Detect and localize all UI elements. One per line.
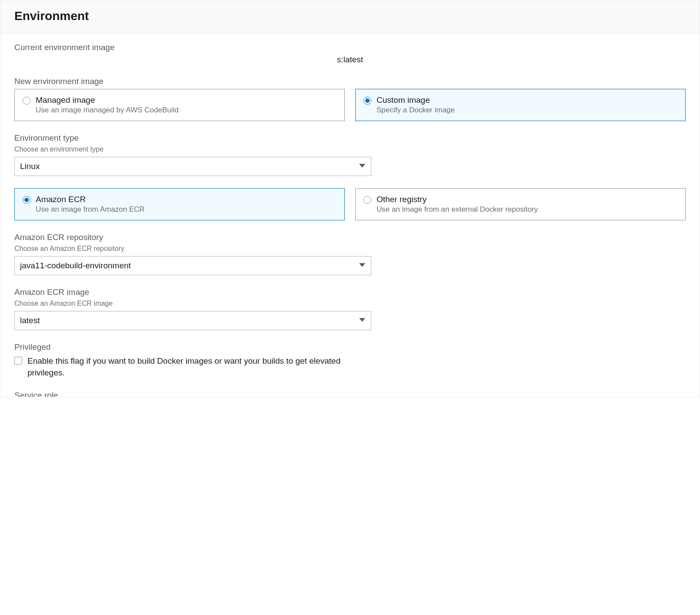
current-image-label: Current environment image <box>14 43 686 52</box>
env-type-hint: Choose an environment type <box>14 145 686 153</box>
other-registry-desc: Use an image from an external Docker rep… <box>377 205 538 214</box>
env-type-select[interactable]: Linux <box>14 157 371 176</box>
ecr-repo-section: Amazon ECR repository Choose an Amazon E… <box>14 233 686 275</box>
current-environment-section: Current environment image s:latest <box>14 43 686 64</box>
other-registry-tile[interactable]: Other registry Use an image from an exte… <box>355 188 686 220</box>
service-role-label: Service role <box>14 391 686 397</box>
privileged-checkbox[interactable] <box>14 357 22 365</box>
new-environment-section: New environment image Managed image Use … <box>14 77 686 121</box>
privileged-label: Privileged <box>14 342 686 352</box>
ecr-image-section: Amazon ECR image Choose an Amazon ECR im… <box>14 287 686 330</box>
ecr-repo-select[interactable]: java11-codebuild-environment <box>14 256 371 275</box>
ecr-image-select[interactable]: latest <box>14 311 371 330</box>
panel-header: Environment <box>0 0 700 34</box>
ecr-image-hint: Choose an Amazon ECR image <box>14 300 686 308</box>
custom-image-desc: Specify a Docker image <box>377 106 455 115</box>
amazon-ecr-tile[interactable]: Amazon ECR Use an image from Amazon ECR <box>14 188 345 220</box>
ecr-repo-value: java11-codebuild-environment <box>20 261 131 270</box>
privileged-section: Privileged Enable this flag if you want … <box>14 342 686 378</box>
image-source-tiles: Managed image Use an image managed by AW… <box>14 89 686 121</box>
radio-icon <box>23 97 30 105</box>
registry-section: Amazon ECR Use an image from Amazon ECR … <box>14 188 686 220</box>
amazon-ecr-desc: Use an image from Amazon ECR <box>36 205 145 214</box>
environment-type-section: Environment type Choose an environment t… <box>14 133 686 176</box>
radio-icon <box>23 196 30 204</box>
registry-tiles: Amazon ECR Use an image from Amazon ECR … <box>14 188 686 220</box>
other-registry-title: Other registry <box>377 195 538 204</box>
managed-image-title: Managed image <box>36 95 178 105</box>
managed-image-tile[interactable]: Managed image Use an image managed by AW… <box>14 89 345 121</box>
environment-panel: Environment Current environment image s:… <box>0 0 700 397</box>
managed-image-desc: Use an image managed by AWS CodeBuild <box>36 106 178 115</box>
env-type-label: Environment type <box>14 133 686 143</box>
custom-image-title: Custom image <box>377 95 455 105</box>
radio-icon <box>363 97 371 105</box>
amazon-ecr-title: Amazon ECR <box>36 195 145 204</box>
new-image-label: New environment image <box>14 77 686 86</box>
panel-title: Environment <box>14 9 686 23</box>
custom-image-tile[interactable]: Custom image Specify a Docker image <box>355 89 686 121</box>
current-image-value: s:latest <box>14 55 686 64</box>
radio-icon <box>363 196 371 204</box>
env-type-value: Linux <box>20 162 40 171</box>
panel-body: Current environment image s:latest New e… <box>0 34 700 397</box>
ecr-image-value: latest <box>20 316 40 325</box>
privileged-checkbox-label: Enable this flag if you want to build Do… <box>27 355 358 378</box>
ecr-image-label: Amazon ECR image <box>14 287 686 297</box>
ecr-repo-hint: Choose an Amazon ECR repository <box>14 245 686 253</box>
ecr-repo-label: Amazon ECR repository <box>14 233 686 242</box>
